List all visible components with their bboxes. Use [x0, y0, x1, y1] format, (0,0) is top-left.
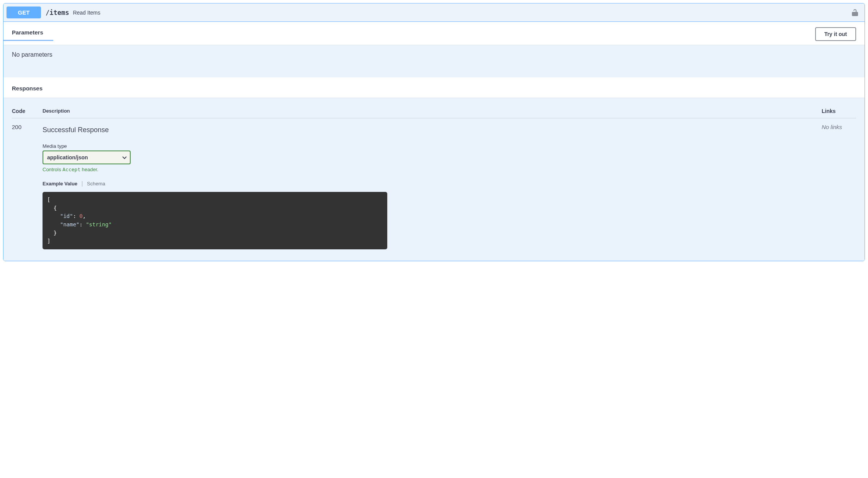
- json-key: "name": [60, 221, 80, 228]
- json-string: "string": [86, 221, 111, 228]
- response-links: No links: [822, 124, 856, 249]
- tab-schema[interactable]: Schema: [87, 181, 105, 187]
- tab-example-value[interactable]: Example Value: [43, 181, 77, 187]
- responses-body: Code Description Links 200 Successful Re…: [3, 98, 865, 261]
- json-colon: :: [73, 213, 79, 219]
- operation-block: GET /items Read Items Parameters Try it …: [3, 3, 865, 261]
- json-line: {: [47, 205, 57, 211]
- response-code: 200: [12, 124, 43, 249]
- json-line: ]: [47, 238, 50, 244]
- responses-table-header: Code Description Links: [12, 103, 856, 118]
- accept-prefix: Controls: [43, 167, 62, 172]
- responses-title: Responses: [3, 77, 865, 98]
- try-it-out-button[interactable]: Try it out: [815, 27, 856, 41]
- column-code: Code: [12, 108, 43, 114]
- accept-code: Accept: [62, 167, 80, 172]
- parameters-body: No parameters: [3, 45, 865, 77]
- accept-suffix: header.: [80, 167, 98, 172]
- http-method-badge: GET: [7, 7, 41, 18]
- response-row: 200 Successful Response Media type appli…: [12, 118, 856, 249]
- column-links: Links: [822, 108, 856, 114]
- response-description-column: Successful Response Media type applicati…: [43, 124, 822, 249]
- tab-divider: [82, 181, 82, 187]
- media-type-select[interactable]: application/json: [43, 151, 131, 164]
- endpoint-summary: Read Items: [73, 10, 100, 16]
- column-description: Description: [43, 108, 822, 114]
- operation-summary-row[interactable]: GET /items Read Items: [3, 3, 865, 22]
- example-schema-tabs: Example Value Schema: [43, 181, 822, 187]
- json-colon: :: [79, 221, 86, 228]
- parameters-header: Parameters Try it out: [3, 22, 865, 45]
- json-line: }: [47, 230, 57, 236]
- no-parameters-text: No parameters: [12, 51, 52, 58]
- parameters-title: Parameters: [12, 29, 43, 39]
- media-type-label: Media type: [43, 143, 822, 149]
- json-line: [: [47, 196, 50, 203]
- json-comma: ,: [83, 213, 86, 219]
- json-key: "id": [60, 213, 73, 219]
- unlock-icon[interactable]: [852, 9, 858, 16]
- endpoint-path: /items: [46, 9, 69, 16]
- response-description: Successful Response: [43, 126, 822, 134]
- accept-header-note: Controls Accept header.: [43, 167, 822, 172]
- example-json-block: [ { "id": 0, "name": "string" } ]: [43, 192, 387, 249]
- media-type-select-wrap: application/json: [43, 151, 131, 164]
- operation-body: Parameters Try it out No parameters Resp…: [3, 22, 865, 261]
- json-number: 0: [79, 213, 82, 219]
